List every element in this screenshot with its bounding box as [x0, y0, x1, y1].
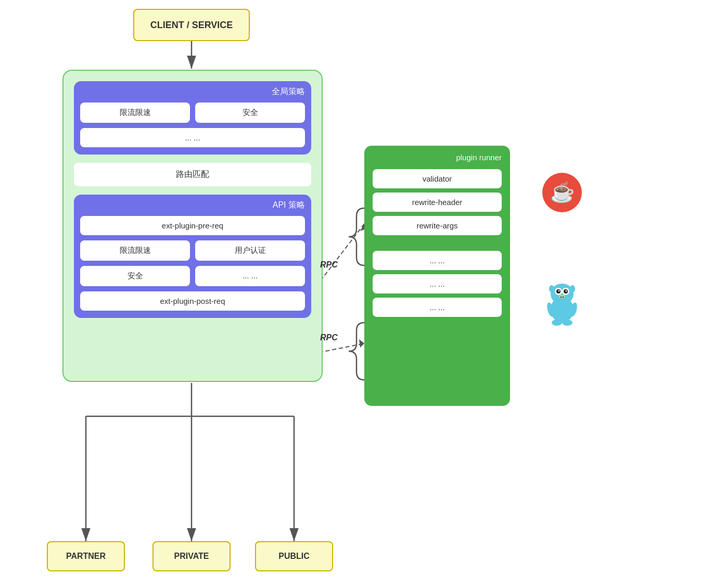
- diagram-container: CLIENT / SERVICE 全局策略 限流限速 安全 ... ... 路由…: [0, 0, 713, 588]
- client-service-label: CLIENT / SERVICE: [150, 20, 233, 31]
- private-box: PRIVATE: [152, 541, 231, 571]
- api-policy-box: API 策略 ext-plugin-pre-req 限流限速 用户认证 安全 .…: [74, 195, 311, 318]
- plugin-runner-title: plugin runner: [373, 153, 502, 162]
- plugin-more-2: ... ...: [373, 274, 502, 293]
- api-security: 安全: [80, 266, 190, 286]
- rpc-label-2: RPC: [320, 333, 338, 342]
- plugin-group-bottom: ... ... ... ... ... ...: [373, 251, 502, 317]
- plugin-more-3: ... ...: [373, 298, 502, 317]
- api-policy-title: API 策略: [80, 200, 305, 211]
- rpc-label-1: RPC: [320, 260, 338, 270]
- global-policy-item-rate-limit: 限流限速: [80, 103, 190, 123]
- api-rate-limit: 限流限速: [80, 240, 190, 261]
- client-service-box: CLIENT / SERVICE: [133, 9, 250, 41]
- svg-point-20: [558, 290, 560, 292]
- public-box: PUBLIC: [255, 541, 333, 571]
- svg-point-22: [559, 295, 565, 299]
- api-ext-pre-req: ext-plugin-pre-req: [80, 216, 305, 235]
- svg-point-29: [552, 319, 562, 326]
- svg-point-24: [563, 297, 564, 298]
- svg-marker-10: [359, 339, 364, 348]
- global-policy-item-more: ... ...: [80, 128, 305, 147]
- partner-box: PARTNER: [47, 541, 125, 571]
- partner-label: PARTNER: [66, 552, 106, 561]
- plugin-validator: validator: [373, 169, 502, 188]
- api-policy-row2: 安全 ... ...: [80, 266, 305, 286]
- svg-point-15: [551, 284, 574, 304]
- svg-point-21: [566, 290, 567, 292]
- api-user-auth: 用户认证: [195, 240, 305, 261]
- plugin-runner-box: plugin runner validator rewrite-header r…: [364, 146, 510, 406]
- svg-point-23: [561, 297, 562, 298]
- global-policy-item-security: 安全: [195, 103, 305, 123]
- go-mascot-icon: [541, 276, 583, 328]
- svg-point-26: [570, 285, 575, 292]
- plugin-group-top: validator rewrite-header rewrite-args: [373, 169, 502, 235]
- plugin-rewrite-header: rewrite-header: [373, 193, 502, 212]
- svg-point-25: [549, 285, 554, 292]
- svg-text:☕: ☕: [550, 180, 575, 204]
- route-matching-box: 路由匹配: [74, 163, 311, 186]
- api-policy-row1: 限流限速 用户认证: [80, 240, 305, 261]
- global-policy-row1: 限流限速 安全: [80, 103, 305, 123]
- global-policy-title: 全局策略: [80, 86, 305, 97]
- main-container: 全局策略 限流限速 安全 ... ... 路由匹配 API 策略 ext-plu…: [62, 70, 323, 382]
- api-more: ... ...: [195, 266, 305, 286]
- global-policy-box: 全局策略 限流限速 安全 ... ...: [74, 81, 311, 155]
- public-label: PUBLIC: [278, 552, 310, 561]
- route-matching-label: 路由匹配: [176, 170, 209, 178]
- svg-point-30: [562, 319, 572, 326]
- plugin-more-1: ... ...: [373, 251, 502, 270]
- api-ext-post-req: ext-plugin-post-req: [80, 291, 305, 311]
- java-icon: ☕: [541, 172, 583, 213]
- plugin-rewrite-args: rewrite-args: [373, 216, 502, 235]
- private-label: PRIVATE: [174, 552, 209, 561]
